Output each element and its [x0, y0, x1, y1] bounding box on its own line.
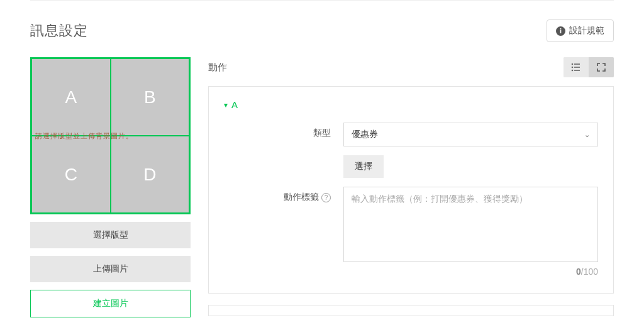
action-panel-a: ▾ A 類型 優惠券 ⌄ 選擇 動作標	[208, 86, 614, 294]
design-spec-label: 設計規範	[569, 25, 604, 36]
list-icon	[571, 62, 581, 72]
svg-point-4	[572, 70, 574, 72]
svg-point-0	[572, 63, 574, 65]
action-tag-input[interactable]	[343, 187, 598, 262]
template-grid-preview[interactable]: A B C D 請選擇版型並上傳背景圖片。	[30, 57, 191, 214]
design-spec-button[interactable]: i 設計規範	[547, 19, 614, 42]
actions-heading: 動作	[208, 62, 227, 74]
svg-rect-3	[574, 67, 580, 68]
chevron-down-icon: ▾	[224, 101, 228, 109]
create-image-button[interactable]: 建立圖片	[30, 290, 191, 317]
panel-toggle-a[interactable]: ▾ A	[224, 99, 238, 110]
expand-icon	[596, 62, 606, 72]
section-title: 訊息設定	[30, 21, 88, 40]
chevron-down-icon: ⌄	[584, 131, 590, 139]
svg-rect-5	[574, 70, 580, 71]
choose-button[interactable]: 選擇	[343, 155, 384, 178]
char-counter: 0/100	[343, 267, 598, 277]
type-value: 優惠券	[352, 129, 378, 140]
list-view-button[interactable]	[564, 57, 589, 77]
help-icon[interactable]: ?	[321, 193, 331, 202]
right-column: 動作 ▾ A 類型 優惠券 ⌄	[208, 57, 614, 327]
action-panel-next	[208, 305, 614, 316]
upload-image-button[interactable]: 上傳圖片	[30, 256, 191, 282]
left-column: A B C D 請選擇版型並上傳背景圖片。 選擇版型 上傳圖片 建立圖片	[30, 57, 191, 317]
info-icon: i	[556, 26, 565, 36]
type-select[interactable]: 優惠券 ⌄	[343, 123, 598, 146]
select-template-button[interactable]: 選擇版型	[30, 222, 191, 248]
type-label: 類型	[224, 123, 331, 139]
grid-cell-a[interactable]: A	[31, 58, 111, 136]
grid-cell-d[interactable]: D	[111, 136, 190, 213]
expand-view-button[interactable]	[589, 57, 614, 77]
grid-cell-c[interactable]: C	[31, 136, 111, 213]
grid-cell-b[interactable]: B	[111, 58, 190, 136]
view-toggle	[564, 57, 614, 77]
svg-point-2	[572, 67, 574, 69]
action-tag-label: 動作標籤	[284, 192, 319, 203]
svg-rect-1	[574, 63, 580, 65]
panel-name: A	[231, 99, 238, 110]
